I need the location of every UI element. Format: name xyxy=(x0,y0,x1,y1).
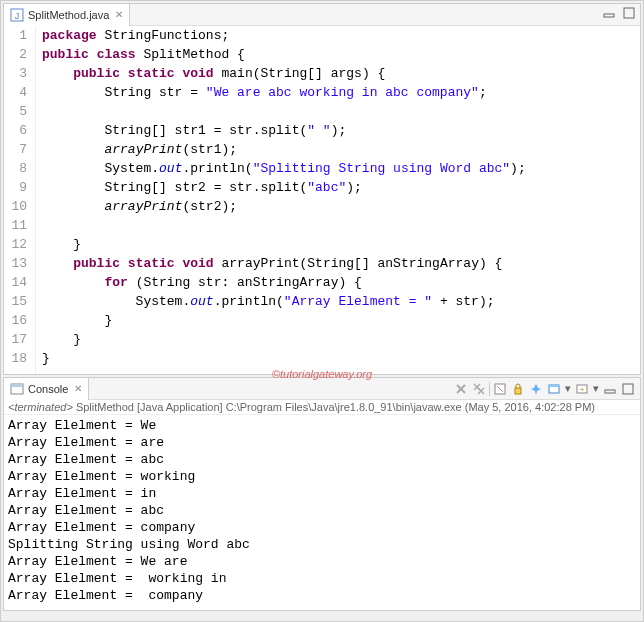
line-number: 13 xyxy=(4,254,27,273)
line-number: 7 xyxy=(4,140,27,159)
editor-toolbar-right xyxy=(602,6,636,20)
divider xyxy=(489,382,490,396)
code-line[interactable]: String[] str2 = str.split("abc"); xyxy=(42,178,526,197)
dropdown-icon[interactable]: ▾ xyxy=(592,381,600,397)
code-line[interactable]: package StringFunctions; xyxy=(42,26,526,45)
editor-tab-label: SplitMethod.java xyxy=(28,9,109,21)
line-number: 6 xyxy=(4,121,27,140)
code-line[interactable]: arrayPrint(str2); xyxy=(42,197,526,216)
code-line[interactable]: } xyxy=(42,235,526,254)
code-line[interactable]: public static void arrayPrint(String[] a… xyxy=(42,254,526,273)
editor-pane: J SplitMethod.java ✕ 1234567891011121314… xyxy=(3,3,641,375)
console-line: Array Elelment = working in xyxy=(8,570,636,587)
console-pane: Console ✕ ▾ + ▾ <terminated> SplitMethod… xyxy=(3,377,641,611)
console-line: Array Elelment = abc xyxy=(8,502,636,519)
code-line[interactable]: arrayPrint(str1); xyxy=(42,140,526,159)
editor-tab[interactable]: J SplitMethod.java ✕ xyxy=(4,4,130,26)
console-tabbar: Console ✕ ▾ + ▾ xyxy=(4,378,640,400)
maximize-icon[interactable] xyxy=(622,6,636,20)
code-line[interactable]: System.out.println("Array Elelment = " +… xyxy=(42,292,526,311)
maximize-icon[interactable] xyxy=(620,381,636,397)
line-number: 16 xyxy=(4,311,27,330)
scroll-lock-icon[interactable] xyxy=(510,381,526,397)
code-line[interactable]: } xyxy=(42,311,526,330)
code-line[interactable]: } xyxy=(42,330,526,349)
line-number: 10 xyxy=(4,197,27,216)
console-line: Array Elelment = working xyxy=(8,468,636,485)
code-line[interactable]: } xyxy=(42,349,526,368)
open-console-icon[interactable]: + xyxy=(574,381,590,397)
line-number: 3 xyxy=(4,64,27,83)
code-line[interactable] xyxy=(42,102,526,121)
clear-console-icon[interactable] xyxy=(492,381,508,397)
code-line[interactable]: String[] str1 = str.split(" "); xyxy=(42,121,526,140)
display-selected-icon[interactable] xyxy=(546,381,562,397)
svg-rect-3 xyxy=(624,8,634,18)
svg-rect-20 xyxy=(623,384,633,394)
line-number: 5 xyxy=(4,102,27,121)
line-number: 17 xyxy=(4,330,27,349)
code-line[interactable]: for (String str: anStringArray) { xyxy=(42,273,526,292)
code-line[interactable] xyxy=(42,216,526,235)
dropdown-icon[interactable]: ▾ xyxy=(564,381,572,397)
console-line: Array Elelment = company xyxy=(8,519,636,536)
line-number: 11 xyxy=(4,216,27,235)
console-tab-label: Console xyxy=(28,383,68,395)
svg-rect-14 xyxy=(515,388,521,394)
code-area[interactable]: 123456789101112131415161718 package Stri… xyxy=(4,26,640,374)
line-number: 4 xyxy=(4,83,27,102)
minimize-icon[interactable] xyxy=(602,6,616,20)
console-tab[interactable]: Console ✕ xyxy=(4,378,89,400)
console-line: Array Elelment = We xyxy=(8,417,636,434)
svg-rect-2 xyxy=(604,14,614,17)
console-line: Array Elelment = abc xyxy=(8,451,636,468)
line-number: 9 xyxy=(4,178,27,197)
console-line: Array Elelment = company xyxy=(8,587,636,604)
console-output[interactable]: Array Elelment = WeArray Elelment = areA… xyxy=(4,415,640,610)
pin-console-icon[interactable] xyxy=(528,381,544,397)
svg-text:+: + xyxy=(580,385,585,394)
close-icon[interactable]: ✕ xyxy=(74,383,82,394)
line-number: 1 xyxy=(4,26,27,45)
code-line[interactable]: public static void main(String[] args) { xyxy=(42,64,526,83)
console-icon xyxy=(10,382,24,396)
minimize-icon[interactable] xyxy=(602,381,618,397)
console-line: Array Elelment = We are xyxy=(8,553,636,570)
console-toolbar-icons: ▾ + ▾ xyxy=(453,381,636,397)
svg-rect-19 xyxy=(605,390,615,393)
line-number: 8 xyxy=(4,159,27,178)
line-number: 14 xyxy=(4,273,27,292)
editor-tabbar: J SplitMethod.java ✕ xyxy=(4,4,640,26)
console-line: Array Elelment = in xyxy=(8,485,636,502)
code-line[interactable]: String str = "We are abc working in abc … xyxy=(42,83,526,102)
line-number: 15 xyxy=(4,292,27,311)
svg-rect-16 xyxy=(549,385,559,387)
line-number: 2 xyxy=(4,45,27,64)
terminated-label: <terminated> xyxy=(8,401,73,413)
console-status: <terminated> SplitMethod [Java Applicati… xyxy=(4,400,640,415)
code-line[interactable]: public class SplitMethod { xyxy=(42,45,526,64)
close-icon[interactable]: ✕ xyxy=(115,9,123,20)
console-status-text: SplitMethod [Java Application] C:\Progra… xyxy=(73,401,595,413)
svg-rect-5 xyxy=(11,384,23,387)
java-file-icon: J xyxy=(10,8,24,22)
code-content[interactable]: package StringFunctions;public class Spl… xyxy=(36,26,526,374)
svg-text:J: J xyxy=(15,11,20,21)
remove-terminated-icon[interactable] xyxy=(453,381,469,397)
code-line[interactable]: System.out.println("Splitting String usi… xyxy=(42,159,526,178)
line-number: 18 xyxy=(4,349,27,368)
console-line: Splitting String using Word abc xyxy=(8,536,636,553)
remove-all-icon[interactable] xyxy=(471,381,487,397)
console-line: Array Elelment = are xyxy=(8,434,636,451)
line-gutter: 123456789101112131415161718 xyxy=(4,26,36,374)
line-number: 12 xyxy=(4,235,27,254)
